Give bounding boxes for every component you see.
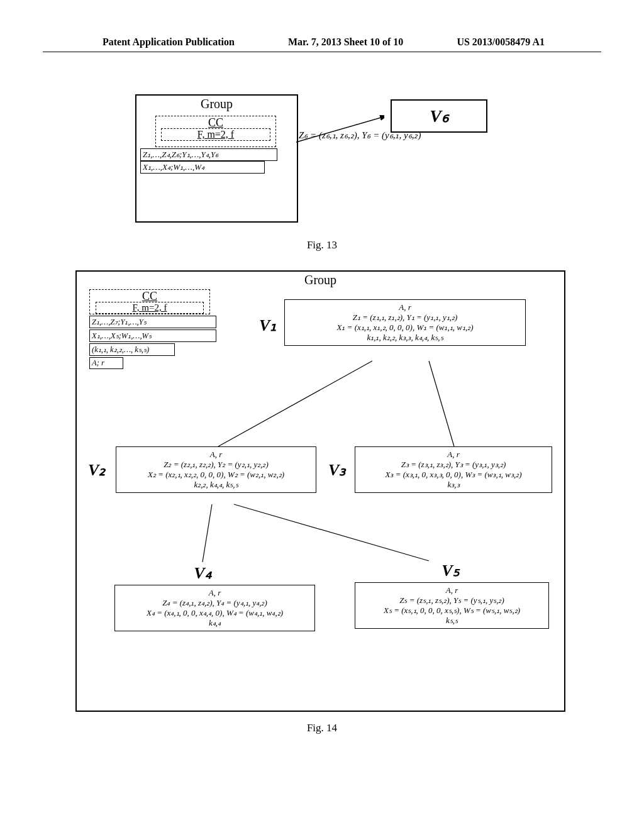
svg-line-3 — [203, 504, 212, 562]
v3-k: k₃,₃ — [359, 480, 548, 490]
v4-ar: A, r — [119, 588, 311, 598]
cc-label: CC — [142, 290, 157, 302]
v2-k: k₂,₂, k₄,₄, k₅,₅ — [120, 480, 312, 490]
header-left: Patent Application Publication — [103, 36, 235, 48]
svg-line-4 — [234, 504, 429, 561]
header-middle: Mar. 7, 2013 Sheet 10 of 10 — [288, 36, 403, 48]
v3-ar: A, r — [359, 450, 548, 460]
cc-box: CC F, m=2, f — [89, 289, 210, 314]
cc-cluster: CC F, m=2, f Z₁,…,Z₇;Y₁,…,Y₅ X₁,…,X₅;W₁,… — [89, 289, 228, 369]
v5-zy: Z₅ = (z₅,₁, z₅,₂), Y₅ = (y₅,₁, y₅,₂) — [359, 595, 545, 606]
param-row-zy: Z₁,…,Z₄,Z₆;Y₁,…,Y₄,Y₆ — [140, 148, 277, 161]
param-row-zy: Z₁,…,Z₇;Y₁,…,Y₅ — [89, 316, 216, 328]
v1-zy: Z₁ = (z₁,₁, z₁,₂), Y₁ = (y₁,₁, y₁,₂) — [289, 313, 521, 323]
param-row-ar: A; r — [89, 357, 123, 369]
v3-zy: Z₃ = (z₃,₁, z₃,₂), Y₃ = (y₃,₁, y₃,₂) — [359, 460, 548, 470]
v1-k: k₁,₁, k₂,₂, k₃,₃, k₄,₄, k₅,₅ — [289, 333, 521, 343]
v4-k: k₄,₄ — [119, 618, 311, 628]
v6-label: V₆ — [430, 106, 448, 126]
group-label: Group — [77, 273, 564, 287]
v3-box: A, r Z₃ = (z₃,₁, z₃,₂), Y₃ = (y₃,₁, y₃,₂… — [355, 446, 552, 493]
page-header: Patent Application Publication Mar. 7, 2… — [43, 0, 601, 52]
param-row-k: (k₁,₁, k₂,₂,…, k₅,₅) — [89, 343, 175, 356]
header-right: US 2013/0058479 A1 — [457, 36, 545, 48]
v3-label: V₃ — [328, 460, 345, 480]
group-box: Group CC F, m=2, f Z₁,…,Z₄,Z₆;Y₁,…,Y₄,Y₆… — [135, 94, 298, 223]
figure-13-caption: Fig. 13 — [0, 239, 644, 252]
v1-ar: A, r — [289, 302, 521, 313]
v3-xw: X₃ = (x₃,₁, 0, x₃,₃, 0, 0), W₃ = (w₃,₁, … — [359, 470, 548, 480]
v4-zy: Z₄ = (z₄,₁, z₄,₂), Y₄ = (y₄,₁, y₄,₂) — [119, 598, 311, 608]
svg-line-2 — [429, 361, 454, 446]
v4-box: A, r Z₄ = (z₄,₁, z₄,₂), Y₄ = (y₄,₁, y₄,₂… — [114, 585, 315, 631]
cc-box: CC F, m=2, f — [155, 116, 276, 147]
v1-xw: X₁ = (x₁,₁, x₁,₂, 0, 0, 0), W₁ = (w₁,₁, … — [289, 323, 521, 333]
param-row-xw: X₁,…,X₄;W₁,…,W₄ — [140, 161, 265, 174]
v5-xw: X₅ = (x₅,₁, 0, 0, 0, x₅,₅), W₅ = (w₅,₁, … — [359, 606, 545, 616]
svg-line-1 — [218, 361, 372, 446]
v1-label: V₁ — [259, 316, 276, 335]
figure-14-caption: Fig. 14 — [0, 722, 644, 734]
f-line: F, m=2, f — [161, 128, 270, 141]
v2-label: V₂ — [88, 460, 105, 480]
cc-label: CC — [208, 116, 223, 129]
param-row-xw: X₁,…,X₅;W₁,…,W₅ — [89, 329, 216, 342]
figure-13: Group CC F, m=2, f Z₁,…,Z₄,Z₆;Y₁,…,Y₄,Y₆… — [135, 94, 487, 239]
figure-14: Group CC F, m=2, f Z₁,…,Z₇;Y₁,…,Y₅ X₁,…,… — [75, 270, 565, 712]
v6-box: V₆ — [391, 99, 487, 133]
v4-xw: X₄ = (x₄,₁, 0, 0, x₄,₄, 0), W₄ = (w₄,₁, … — [119, 608, 311, 618]
v2-zy: Z₂ = (z₂,₁, z₂,₂), Y₂ = (y₂,₁, y₂,₂) — [120, 460, 312, 470]
v2-xw: X₂ = (x₂,₁, x₂,₂, 0, 0, 0), W₂ = (w₂,₁, … — [120, 470, 312, 480]
v1-box: A, r Z₁ = (z₁,₁, z₁,₂), Y₁ = (y₁,₁, y₁,₂… — [284, 299, 526, 346]
v2-ar: A, r — [120, 450, 312, 460]
v4-label: V₄ — [184, 563, 221, 583]
v5-ar: A, r — [359, 585, 545, 595]
v2-box: A, r Z₂ = (z₂,₁, z₂,₂), Y₂ = (y₂,₁, y₂,₂… — [116, 446, 316, 493]
f-line: F, m=2, f — [96, 302, 204, 314]
group-label: Group — [136, 97, 297, 111]
v5-label: V₅ — [431, 561, 469, 580]
v5-box: A, r Z₅ = (z₅,₁, z₅,₂), Y₅ = (y₅,₁, y₅,₂… — [355, 582, 549, 629]
v5-k: k₅,₅ — [359, 616, 545, 626]
